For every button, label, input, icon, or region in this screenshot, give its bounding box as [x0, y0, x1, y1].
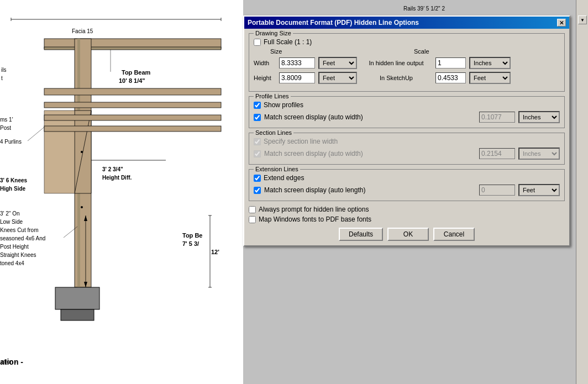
extension-match-label: Match screen display (auto length) [264, 186, 476, 194]
svg-text:3' 2" On: 3' 2" On [0, 211, 19, 217]
svg-text:toned 4x4: toned 4x4 [0, 260, 24, 266]
drawing-area: Facia 15 ils t [0, 0, 243, 384]
svg-text:High Side: High Side [0, 186, 26, 192]
sketchup-unit-select[interactable]: Feet [469, 72, 511, 84]
svg-text:ils: ils [1, 67, 6, 73]
section-match-label: Match screen display (auto width) [264, 150, 476, 157]
svg-text:Straight Knees: Straight Knees [0, 252, 36, 258]
full-scale-checkbox[interactable] [254, 39, 261, 46]
svg-text:Top Beam: Top Beam [122, 69, 151, 76]
map-fonts-label: Map Windows fonts to PDF base fonts [259, 215, 371, 223]
svg-text:Facia 15: Facia 15 [72, 28, 93, 34]
profile-match-checkbox[interactable] [254, 114, 261, 121]
full-scale-row: Full Scale (1 : 1) [254, 38, 560, 46]
scroll-arrow-btn[interactable]: ▼ [578, 15, 587, 24]
dialog-title: Portable Document Format (PDF) Hidden Li… [248, 19, 419, 27]
drawing-size-label: Drawing Size [254, 30, 293, 36]
section-lines-group: Section Lines Specify section line width… [249, 133, 565, 165]
scale-unit-select[interactable]: Inches [469, 57, 511, 69]
svg-text:Knees Cut from: Knees Cut from [0, 227, 38, 233]
width-input[interactable] [279, 57, 315, 69]
sketchup-label: In SketchUp [360, 75, 432, 81]
svg-text:Top Be: Top Be [182, 232, 202, 239]
svg-rect-14 [44, 88, 221, 95]
svg-point-47 [81, 151, 83, 153]
drawing-size-group: Drawing Size Full Scale (1 : 1) Size Sca… [249, 33, 565, 92]
extension-length-input [479, 185, 515, 196]
extension-unit-select[interactable]: Feet [518, 184, 560, 196]
section-width-input [479, 148, 515, 159]
scale-value-input[interactable] [435, 57, 466, 69]
height-unit-select[interactable]: Feet [318, 72, 357, 84]
svg-rect-19 [55, 287, 99, 309]
extend-edges-checkbox[interactable] [254, 175, 261, 182]
map-fonts-row: Map Windows fonts to PDF base fonts [249, 215, 565, 223]
svg-text:Post Height: Post Height [0, 244, 29, 250]
extension-match-checkbox[interactable] [254, 187, 261, 194]
sketchup-value-input[interactable] [435, 72, 466, 83]
svg-text:3' 6 Knees: 3' 6 Knees [0, 177, 28, 183]
bottom-label: ation - [1, 359, 17, 365]
always-prompt-checkbox[interactable] [249, 206, 256, 213]
show-profiles-row: Show profiles [254, 101, 560, 109]
width-unit-select[interactable]: Feet [318, 57, 357, 69]
scale-header: Scale [414, 48, 429, 55]
extend-edges-row: Extend edges [254, 174, 560, 182]
ok-button[interactable]: OK [387, 228, 429, 241]
full-scale-label: Full Scale (1 : 1) [264, 38, 312, 46]
map-fonts-checkbox[interactable] [249, 216, 256, 223]
width-label: Width [254, 60, 276, 66]
svg-text:seasoned 4x6 And: seasoned 4x6 And [0, 235, 45, 241]
profile-width-input [479, 112, 515, 123]
svg-text:12': 12' [211, 249, 219, 255]
svg-rect-17 [44, 126, 221, 131]
svg-text:Low Side: Low Side [0, 219, 23, 225]
height-label: Height [254, 75, 276, 81]
section-lines-label: Section Lines [254, 129, 293, 136]
extension-lines-label: Extension Lines [254, 166, 300, 172]
always-prompt-row: Always prompt for hidden line options [249, 206, 565, 213]
size-header: Size [270, 48, 381, 55]
svg-text:t: t [1, 75, 3, 81]
svg-rect-0 [0, 0, 243, 384]
show-profiles-checkbox[interactable] [254, 102, 261, 109]
specify-section-label: Specify section line width [264, 138, 338, 145]
profile-unit-select[interactable]: Inches [518, 111, 560, 123]
rails-label: Rails 39' 5 1/2" 2 [403, 6, 445, 12]
height-input[interactable] [279, 72, 315, 83]
extension-match-row: Match screen display (auto length) Feet [254, 184, 560, 196]
section-unit-select: Inches [518, 148, 560, 160]
svg-rect-8 [44, 47, 221, 50]
button-row: Defaults OK Cancel [249, 228, 565, 241]
profile-lines-label: Profile Lines [254, 93, 291, 99]
close-button[interactable]: ✕ [557, 19, 566, 27]
svg-text:Height Diff.: Height Diff. [102, 175, 132, 181]
svg-rect-20 [61, 309, 94, 320]
cancel-button[interactable]: Cancel [433, 228, 475, 241]
height-row: Height Feet In SketchUp Feet [254, 72, 560, 84]
svg-text:7' 5 3/: 7' 5 3/ [182, 240, 199, 247]
svg-rect-15 [44, 102, 221, 108]
svg-text:10' 8 1/4": 10' 8 1/4" [119, 77, 145, 84]
svg-point-48 [81, 206, 83, 208]
defaults-button[interactable]: Defaults [339, 228, 383, 241]
specify-section-row: Specify section line width [254, 138, 560, 145]
profile-match-label: Match screen display (auto width) [264, 113, 476, 121]
show-profiles-label: Show profiles [264, 101, 303, 109]
svg-marker-13 [44, 111, 75, 193]
svg-text:ms 1': ms 1' [0, 117, 13, 123]
pdf-options-dialog: Portable Document Format (PDF) Hidden Li… [243, 15, 570, 246]
svg-text:3' 2 3/4": 3' 2 3/4" [102, 166, 123, 172]
dialog-titlebar: Portable Document Format (PDF) Hidden Li… [244, 17, 569, 29]
svg-rect-16 [44, 115, 221, 120]
right-scrollbar: ▼ [576, 0, 588, 384]
always-prompt-label: Always prompt for hidden line options [259, 206, 369, 213]
profile-lines-group: Profile Lines Show profiles Match screen… [249, 96, 565, 128]
section-match-checkbox [254, 150, 261, 157]
profile-match-row: Match screen display (auto width) Inches [254, 111, 560, 123]
svg-text:4 Purlins: 4 Purlins [0, 139, 22, 145]
specify-section-checkbox [254, 138, 261, 145]
hidden-output-label: In hidden line output [360, 60, 432, 66]
section-match-row: Match screen display (auto width) Inches [254, 148, 560, 160]
width-row: Width Feet In hidden line output Inches [254, 57, 560, 69]
